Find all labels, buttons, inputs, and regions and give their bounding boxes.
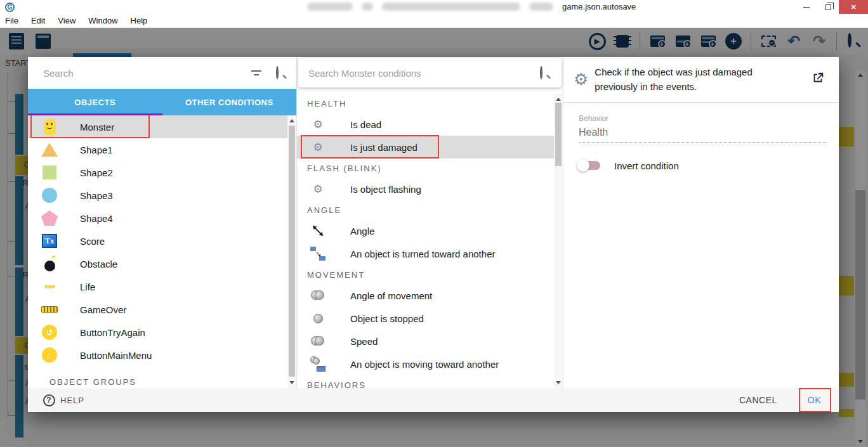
gear-icon [308, 118, 327, 131]
square-sprite-icon [41, 164, 58, 181]
menu-file[interactable]: File [0, 16, 25, 25]
text-object-icon [41, 232, 58, 250]
gear-icon [308, 183, 327, 196]
list-item-shape2[interactable]: Shape2 [28, 161, 296, 184]
monster-sprite-icon [41, 118, 58, 136]
objects-search-input[interactable] [43, 68, 251, 79]
condition-speed[interactable]: Speed [297, 330, 563, 353]
double-circles-icon [308, 336, 327, 346]
conditions-scrollbar[interactable] [554, 94, 563, 388]
list-item-shape4[interactable]: Shape4 [28, 207, 296, 230]
panel-tabs: OBJECTS OTHER CONDITIONS [28, 89, 296, 115]
redacted-path-blob [529, 3, 553, 11]
condition-angle-of-movement[interactable]: Angle of movement [297, 284, 563, 307]
list-item-buttontryagain[interactable]: ButtonTryAgain [28, 321, 296, 344]
single-circle-icon [308, 314, 327, 323]
conditions-search-input[interactable] [308, 68, 540, 79]
list-item-monster[interactable]: Monster [28, 115, 296, 138]
objects-search-bar [28, 57, 296, 89]
triangle-sprite-icon [41, 141, 58, 159]
redacted-path-blob [382, 3, 520, 11]
list-item-gameover[interactable]: GameOver [28, 298, 296, 321]
diagonal-arrows-icon [308, 224, 327, 238]
question-mark-icon: ? [43, 394, 55, 406]
restore-button[interactable] [817, 0, 839, 14]
gameover-sprite-icon [41, 301, 58, 318]
tab-other-conditions[interactable]: OTHER CONDITIONS [162, 89, 297, 115]
home-button-icon [41, 346, 58, 364]
condition-description: Check if the object was just damaged pre… [595, 65, 785, 94]
window-title: game.json.autosave [307, 2, 636, 11]
object-groups-header: OBJECT GROUPS [49, 377, 136, 387]
list-item-shape1[interactable]: Shape1 [28, 138, 296, 161]
objects-panel: OBJECTS OTHER CONDITIONS Monster Shape1 [28, 57, 297, 388]
section-header-behaviors: BEHAVIORS [297, 375, 563, 388]
circle-sprite-icon [41, 186, 58, 204]
redacted-path-blob [362, 3, 373, 11]
dialog-footer: ? HELP CANCEL OK [28, 388, 839, 412]
ok-button[interactable]: OK [808, 395, 821, 405]
squares-arrow-icon [308, 247, 327, 261]
conditions-scrollbar-thumb[interactable] [555, 103, 562, 166]
retry-button-icon [41, 323, 58, 341]
condition-is-object-flashing[interactable]: Is object flashing [297, 178, 563, 200]
condition-angle[interactable]: Angle [297, 219, 563, 242]
bomb-sprite-icon [41, 255, 58, 273]
cancel-button[interactable]: CANCEL [734, 390, 782, 410]
list-item-life[interactable]: Life [28, 275, 296, 298]
menu-window[interactable]: Window [82, 16, 124, 25]
conditions-search-bar [298, 58, 562, 87]
menu-edit[interactable]: Edit [25, 16, 51, 25]
title-bar: G game.json.autosave ✕ [0, 0, 868, 14]
condition-object-is-stopped[interactable]: Object is stopped [297, 307, 563, 330]
condition-details-panel: Check if the object was just damaged pre… [563, 57, 839, 388]
close-button[interactable]: ✕ [839, 0, 868, 14]
redacted-path-blob [307, 3, 353, 11]
condition-is-just-damaged[interactable]: Is just damaged [297, 136, 563, 159]
condition-turned-toward[interactable]: An object is turned toward another [297, 242, 563, 265]
minimize-button[interactable] [796, 0, 817, 14]
objects-scrollbar-thumb[interactable] [289, 126, 295, 377]
list-item-obstacle[interactable]: Obstacle [28, 252, 296, 275]
help-button[interactable]: ? HELP [43, 394, 84, 406]
search-icon[interactable] [540, 67, 551, 79]
behavior-field-value[interactable]: Health [579, 127, 827, 143]
section-header-movement: MOVEMENT [297, 265, 563, 284]
double-circles-icon [308, 290, 327, 301]
pentagon-sprite-icon [41, 209, 58, 227]
open-help-external-icon[interactable] [811, 71, 825, 85]
divider [563, 102, 839, 103]
search-icon[interactable] [276, 67, 287, 79]
choose-condition-dialog: OBJECTS OTHER CONDITIONS Monster Shape1 [28, 57, 839, 412]
filter-icon[interactable] [251, 70, 262, 75]
conditions-list: HEALTH Is dead Is just damaged FLASH (BL… [297, 94, 563, 388]
condition-is-dead[interactable]: Is dead [297, 113, 563, 136]
tab-objects[interactable]: OBJECTS [28, 89, 162, 115]
gear-icon [574, 70, 588, 89]
invert-condition-toggle[interactable] [579, 161, 600, 170]
list-item-buttonmainmenu[interactable]: ButtonMainMenu [28, 344, 296, 366]
gear-icon [308, 141, 327, 154]
conditions-panel: HEALTH Is dead Is just damaged FLASH (BL… [297, 57, 563, 388]
section-header-flash: FLASH (BLINK) [297, 159, 563, 178]
circle-toward-square-icon [308, 356, 327, 372]
section-header-angle: ANGLE [297, 200, 563, 219]
window-title-text: game.json.autosave [562, 2, 636, 11]
section-header-health: HEALTH [297, 94, 563, 113]
menu-bar: File Edit View Window Help [0, 14, 868, 28]
hearts-sprite-icon [41, 278, 58, 295]
objects-scrollbar[interactable] [287, 115, 296, 388]
menu-help[interactable]: Help [124, 16, 154, 25]
behavior-field-label: Behavior [579, 114, 829, 123]
menu-view[interactable]: View [51, 16, 82, 25]
condition-moving-toward[interactable]: An object is moving toward another [297, 353, 563, 375]
list-item-score[interactable]: Score [28, 230, 296, 252]
gdevelop-logo-icon: G [5, 3, 15, 12]
list-item-shape3[interactable]: Shape3 [28, 184, 296, 207]
invert-condition-label: Invert condition [614, 160, 679, 171]
objects-list: Monster Shape1 Shape2 Shape3 [28, 115, 296, 388]
